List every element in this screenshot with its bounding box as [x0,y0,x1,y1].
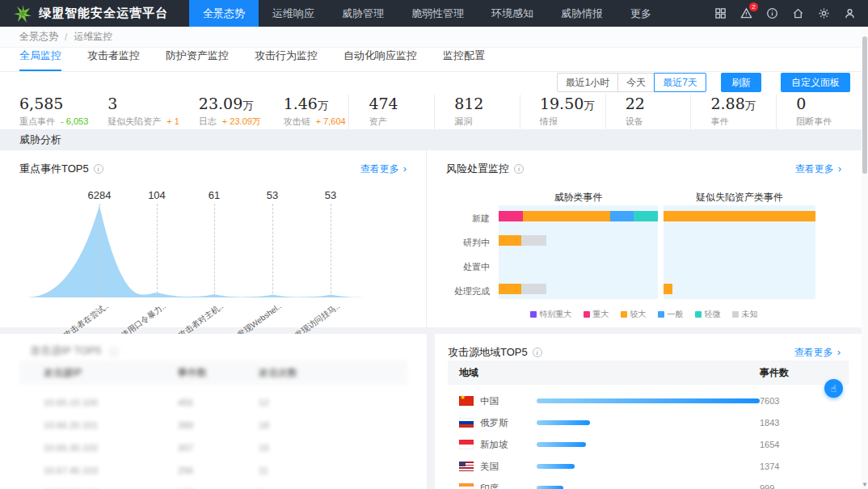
apps-grid-icon[interactable] [714,6,727,20]
risk-disposal-panel: 风险处置监控 i 查看更多 威胁类事件 疑似失陷资产类事件 新建 研判中 处置中… [427,150,861,327]
info-icon[interactable]: i [514,164,524,174]
stat-vulnerabilities: 812 漏洞 [434,95,520,129]
stat-assets: 474 资产 [348,95,434,129]
panel-title-blurred: 攻击源IP TOP5 i [30,344,119,358]
time-range-today-button[interactable]: 今天 [617,73,655,92]
region-row-china[interactable]: 中国 7603 [448,390,849,411]
flag-icon [459,418,474,428]
time-toolbar: 最近1小时 今天 最近7天 刷新 自定义面板 [0,72,862,93]
flag-icon [459,396,474,406]
dashed-guide-line [272,204,273,297]
time-range-1h-button[interactable]: 最近1小时 [557,73,619,92]
menu-item-vuln-mgmt[interactable]: 脆弱性管理 [398,0,478,27]
legend-item[interactable]: 较大 [621,309,647,320]
stat-delta: + 1 [166,116,179,126]
table-row[interactable]: 10.65.30.10230715 [19,437,407,458]
table-row[interactable]: 10.65.10.10045512 [19,392,407,413]
info-icon[interactable] [765,6,779,20]
scrollbar-thumb[interactable] [862,36,867,174]
bar-segment [499,284,521,294]
bar-segment [521,284,547,294]
legend-item[interactable]: 轻微 [695,309,721,320]
tab-monitor-config[interactable]: 监控配置 [443,48,485,71]
legend-item[interactable]: 特别重大 [530,309,572,320]
tab-auto-response-monitor[interactable]: 自动化响应监控 [343,48,417,71]
tab-global-monitor[interactable]: 全局监控 [19,48,61,71]
panel-title: 攻击源地域TOP5 [448,345,528,360]
legend-item[interactable]: 未知 [732,309,758,320]
alerts-warning-icon[interactable]: 2 [739,6,753,20]
info-icon[interactable]: i [533,348,542,357]
menu-item-threat-mgmt[interactable]: 威胁管理 [328,0,398,27]
legend-item[interactable]: 重大 [584,309,609,320]
time-range-group: 最近1小时 今天 最近7天 [557,73,706,92]
stacked-bar [664,211,815,221]
stat-label: 资产 [369,116,386,126]
legend-swatch [621,311,627,318]
assistant-float-button[interactable]: ☝ [824,379,843,398]
legend-swatch [695,311,702,318]
view-more-link[interactable]: 查看更多 [360,162,407,176]
panel-title: 重点事件TOP5 [19,162,89,176]
bar-segment [499,211,523,221]
main-menu: 全景态势 运维响应 威胁管理 脆弱性管理 环境感知 威胁情报 更多 [189,0,665,27]
stat-value: 23.09 [199,95,242,112]
stat-logs: 23.09万 日志+ 23.09万 [179,95,264,129]
menu-item-more[interactable]: 更多 [617,0,665,27]
stat-label: 疑似失陷资产 [107,116,161,126]
view-more-link[interactable]: 查看更多 [795,162,841,176]
stacked-bar [499,259,658,270]
user-icon[interactable] [843,6,857,20]
top-events-panel: 重点事件TOP5 i 查看更多 6284 104 61 53 53 攻击者在尝试… [0,150,427,327]
stat-events: 2.88万 事件 [690,95,776,129]
time-range-7d-button[interactable]: 最近7天 [654,73,706,92]
table-row[interactable]: 10.67.40.10325611 [19,460,407,481]
attack-regions-panel: 攻击源地域TOP5 i 查看更多 地域 事件数 中国 7603 俄罗斯 1843… [435,334,862,489]
stacked-bar [664,235,815,246]
stat-label: 漏洞 [454,116,472,126]
region-value: 1843 [760,418,849,428]
bar-segment [499,235,521,246]
custom-panel-button[interactable]: 自定义面板 [781,73,850,92]
region-row-india[interactable]: 印度 999 [448,478,849,489]
menu-item-ops-response[interactable]: 运维响应 [259,0,328,27]
table-header-row: 地域 事件数 [448,360,849,385]
tab-attacker-monitor[interactable]: 攻击者监控 [87,48,140,71]
legend-item[interactable]: 一般 [658,309,684,320]
stat-label: 设备 [626,116,643,126]
breadcrumb: 全景态势 / 运维监控 [0,27,862,48]
scrollbar-down-arrow[interactable]: ▼ [862,481,868,488]
tab-attack-behavior-monitor[interactable]: 攻击行为监控 [255,48,318,71]
stat-label: 阻断事件 [796,116,832,126]
tab-asset-monitor[interactable]: 防护资产监控 [166,48,229,71]
region-row-russia[interactable]: 俄罗斯 1843 [448,412,849,433]
bar-segment [634,211,658,221]
breadcrumb-item-overview[interactable]: 全景态势 [19,30,58,44]
stat-delta: - 6,053 [61,116,88,126]
area-chart [24,199,388,299]
menu-item-threat-intel[interactable]: 威胁情报 [547,0,617,27]
menu-item-overview[interactable]: 全景态势 [189,0,259,27]
menu-item-env-awareness[interactable]: 环境感知 [478,0,547,27]
table-row[interactable]: 10.65.50.1041989 [19,483,407,489]
region-row-usa[interactable]: 美国 1374 [448,456,849,477]
stats-row: 6,585 重点事件- 6,053 3 疑似失陷资产+ 1 23.09万 日志+… [0,93,862,129]
row-label: 处置中 [427,261,495,273]
stat-value: 2.88 [710,95,744,112]
stat-delta: + 23.09万 [222,116,261,126]
info-icon[interactable]: i [94,164,103,174]
refresh-button[interactable]: 刷新 [721,73,761,92]
region-row-singapore[interactable]: 新加坡 1654 [448,434,849,455]
home-icon[interactable] [791,6,805,20]
table-row[interactable]: 10.66.20.10138918 [19,415,407,436]
alert-count-badge: 2 [749,2,758,11]
stacked-bar [664,259,815,270]
brand[interactable]: 绿盟智能安全运营平台 [0,0,189,27]
settings-gear-icon[interactable] [817,6,831,20]
view-more-link[interactable]: 查看更多 [794,346,841,360]
stat-value: 0 [796,95,806,112]
stat-label: 攻击链 [284,116,310,126]
dashed-guide-line [331,204,331,297]
severity-legend: 特别重大 重大 较大 一般 轻微 未知 [427,309,861,320]
region-value: 999 [760,483,849,489]
